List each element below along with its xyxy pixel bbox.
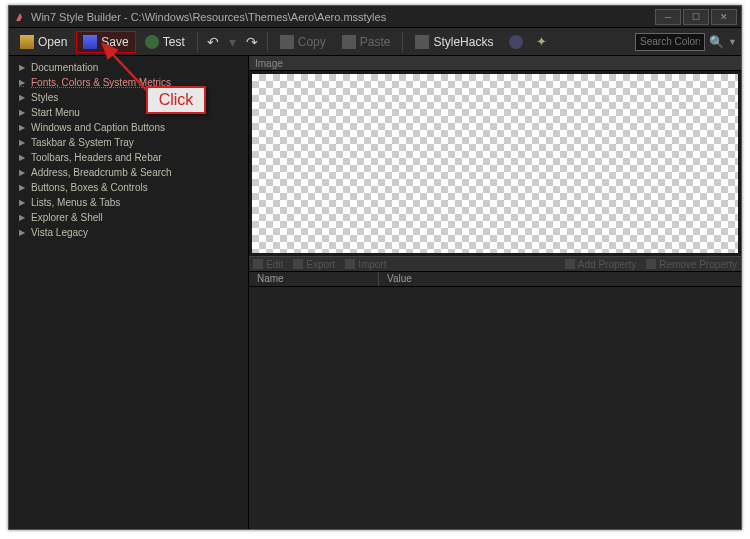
paste-label: Paste: [360, 35, 391, 49]
search-input[interactable]: [635, 33, 705, 51]
title-bar: Win7 Style Builder - C:\Windows\Resource…: [9, 6, 741, 28]
tree-item[interactable]: ▶Vista Legacy: [9, 225, 248, 240]
image-panel: Image: [249, 56, 741, 256]
add-property-button[interactable]: Add Property: [565, 259, 636, 270]
tree-item-label: Styles: [31, 91, 58, 104]
maximize-button[interactable]: ☐: [683, 9, 709, 25]
tree-item-label: Vista Legacy: [31, 226, 88, 239]
property-header: Name Value: [249, 272, 741, 287]
window-title: Win7 Style Builder - C:\Windows\Resource…: [31, 11, 653, 23]
search-wrap: 🔍 ▼: [635, 33, 737, 51]
copy-label: Copy: [298, 35, 326, 49]
tree-item[interactable]: ▶Windows and Caption Buttons: [9, 120, 248, 135]
expand-icon: ▶: [19, 91, 27, 104]
close-button[interactable]: ✕: [711, 9, 737, 25]
test-button[interactable]: Test: [138, 31, 192, 53]
search-icon[interactable]: 🔍: [709, 35, 724, 49]
tree-item-label: Toolbars, Headers and Rebar: [31, 151, 162, 164]
forward-button[interactable]: ↷: [242, 34, 262, 50]
expand-icon: ▶: [19, 76, 27, 89]
expand-icon: ▶: [19, 181, 27, 194]
annotation-text: Click: [159, 91, 194, 109]
stylehacks-button[interactable]: StyleHacks: [408, 31, 500, 53]
tree-item[interactable]: ▶Explorer & Shell: [9, 210, 248, 225]
stylehacks-icon: [415, 35, 429, 49]
tree-item[interactable]: ▶Toolbars, Headers and Rebar: [9, 150, 248, 165]
tree-item-label: Start Menu: [31, 106, 80, 119]
separator: [402, 32, 403, 52]
expand-icon: ▶: [19, 166, 27, 179]
minimize-button[interactable]: ─: [655, 9, 681, 25]
expand-icon: ▶: [19, 106, 27, 119]
expand-icon: ▶: [19, 211, 27, 224]
image-preview: [252, 74, 738, 253]
separator: [267, 32, 268, 52]
remove-property-button[interactable]: Remove Property: [646, 259, 737, 270]
test-label: Test: [163, 35, 185, 49]
search-dropdown[interactable]: ▼: [728, 37, 737, 47]
tree-item[interactable]: ▶Lists, Menus & Tabs: [9, 195, 248, 210]
image-panel-label: Image: [249, 56, 741, 71]
tree-item-label: Explorer & Shell: [31, 211, 103, 224]
edit-icon: [253, 259, 263, 269]
back-button[interactable]: ↶: [203, 34, 223, 50]
tree-item[interactable]: ▶Address, Breadcrumb & Search: [9, 165, 248, 180]
import-button[interactable]: Import: [345, 259, 386, 270]
tree-item-label: Documentation: [31, 61, 98, 74]
back-dropdown[interactable]: ▾: [225, 34, 240, 50]
property-list: [249, 287, 741, 529]
expand-icon: ▶: [19, 61, 27, 74]
expand-icon: ▶: [19, 151, 27, 164]
export-icon: [293, 259, 303, 269]
property-toolbar: Edit Export Import Add Property Remove P…: [249, 256, 741, 272]
col-value[interactable]: Value: [379, 272, 741, 286]
info-button[interactable]: [502, 31, 530, 53]
app-icon: [13, 10, 27, 24]
tree-item-label: Address, Breadcrumb & Search: [31, 166, 172, 179]
test-icon: [145, 35, 159, 49]
separator: [197, 32, 198, 52]
main-toolbar: Open Save Test ↶ ▾ ↷ Copy Paste StyleHac…: [9, 28, 741, 56]
col-name[interactable]: Name: [249, 272, 379, 286]
open-label: Open: [38, 35, 67, 49]
open-button[interactable]: Open: [13, 31, 74, 53]
edit-button[interactable]: Edit: [253, 259, 283, 270]
copy-button[interactable]: Copy: [273, 31, 333, 53]
export-button[interactable]: Export: [293, 259, 335, 270]
expand-icon: ▶: [19, 226, 27, 239]
expand-icon: ▶: [19, 136, 27, 149]
save-icon: [83, 35, 97, 49]
save-label: Save: [101, 35, 128, 49]
tree-item-label: Buttons, Boxes & Controls: [31, 181, 148, 194]
save-button[interactable]: Save: [76, 31, 135, 53]
paste-icon: [342, 35, 356, 49]
tree-item[interactable]: ▶Start Menu: [9, 105, 248, 120]
add-icon: [565, 259, 575, 269]
tree-item[interactable]: ▶Styles: [9, 90, 248, 105]
remove-icon: [646, 259, 656, 269]
wand-icon[interactable]: ✦: [532, 34, 551, 49]
tree-item-label: Lists, Menus & Tabs: [31, 196, 120, 209]
right-pane: Image Edit Export Import Add Property Re…: [249, 56, 741, 529]
main-body: ▶Documentation▶Fonts, Colors & System Me…: [9, 56, 741, 529]
tree-item-label: Windows and Caption Buttons: [31, 121, 165, 134]
open-icon: [20, 35, 34, 49]
tree-item[interactable]: ▶Buttons, Boxes & Controls: [9, 180, 248, 195]
import-icon: [345, 259, 355, 269]
stylehacks-label: StyleHacks: [433, 35, 493, 49]
expand-icon: ▶: [19, 196, 27, 209]
tree-item[interactable]: ▶Fonts, Colors & System Metrics: [9, 75, 248, 90]
info-icon: [509, 35, 523, 49]
tree-item[interactable]: ▶Taskbar & System Tray: [9, 135, 248, 150]
annotation-callout: Click: [146, 86, 206, 114]
nav-tree: ▶Documentation▶Fonts, Colors & System Me…: [9, 56, 249, 529]
copy-icon: [280, 35, 294, 49]
paste-button[interactable]: Paste: [335, 31, 398, 53]
app-window: Win7 Style Builder - C:\Windows\Resource…: [8, 5, 742, 530]
expand-icon: ▶: [19, 121, 27, 134]
tree-item[interactable]: ▶Documentation: [9, 60, 248, 75]
tree-item-label: Taskbar & System Tray: [31, 136, 134, 149]
